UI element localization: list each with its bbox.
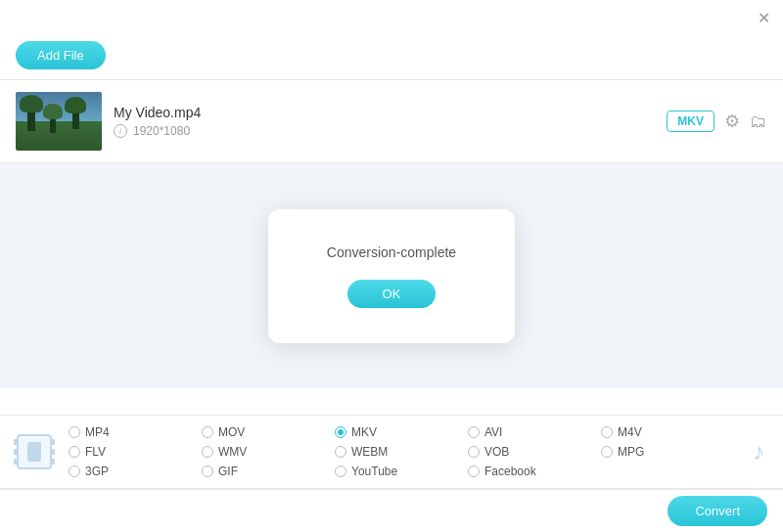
format-option-facebook[interactable]: Facebook: [468, 465, 601, 478]
file-resolution: 1920*1080: [133, 124, 190, 138]
file-list: My Video.mp4 i 1920*1080 MKV ⚙ 🗂: [0, 80, 783, 163]
file-info: My Video.mp4 i 1920*1080: [114, 105, 655, 138]
bottom-bar: Convert: [0, 489, 783, 532]
radio-avi[interactable]: [468, 426, 480, 438]
format-option-webm[interactable]: WEBM: [335, 445, 468, 459]
main-content: Conversion-complete OK: [0, 163, 783, 388]
format-option-3gp[interactable]: 3GP: [69, 465, 202, 478]
radio-3gp[interactable]: [69, 466, 80, 477]
radio-mov[interactable]: [202, 426, 213, 438]
convert-button[interactable]: Convert: [668, 496, 767, 526]
format-bar: MP4 MOV MKV AVI M4V FLV WMV WEBM: [0, 415, 783, 489]
format-option-mpg[interactable]: MPG: [601, 445, 734, 459]
radio-flv[interactable]: [69, 446, 80, 458]
format-label-vob: VOB: [484, 445, 509, 459]
radio-m4v[interactable]: [601, 426, 613, 438]
format-label-m4v: M4V: [618, 425, 642, 439]
format-option-avi[interactable]: AVI: [468, 425, 601, 439]
film-icon: [17, 434, 52, 469]
radio-mp4[interactable]: [69, 426, 80, 438]
file-item: My Video.mp4 i 1920*1080 MKV ⚙ 🗂: [16, 92, 767, 151]
add-file-button[interactable]: Add File: [16, 41, 106, 69]
format-label-avi: AVI: [484, 425, 502, 439]
format-label-mov: MOV: [218, 425, 245, 439]
radio-facebook[interactable]: [468, 466, 480, 477]
file-name: My Video.mp4: [114, 105, 655, 120]
format-label-webm: WEBM: [351, 445, 388, 459]
format-option-youtube[interactable]: YouTube: [335, 465, 468, 478]
gear-icon[interactable]: ⚙: [724, 111, 740, 132]
modal-overlay: Conversion-complete OK: [0, 163, 783, 388]
format-badge[interactable]: MKV: [667, 111, 714, 132]
folder-icon[interactable]: 🗂: [750, 111, 767, 132]
modal-title: Conversion-complete: [327, 244, 456, 260]
radio-youtube[interactable]: [335, 466, 346, 477]
format-label-flv: FLV: [85, 445, 106, 459]
radio-mpg[interactable]: [601, 446, 613, 458]
file-actions: MKV ⚙ 🗂: [667, 111, 767, 132]
close-button[interactable]: ✕: [756, 10, 771, 25]
radio-mkv[interactable]: [335, 426, 346, 438]
format-label-mpg: MPG: [618, 445, 644, 459]
radio-vob[interactable]: [468, 446, 480, 458]
film-icon-wrap: [0, 434, 69, 469]
format-options: MP4 MOV MKV AVI M4V FLV WMV WEBM: [69, 425, 734, 478]
audio-note-icon: ♪: [753, 438, 764, 466]
format-option-vob[interactable]: VOB: [468, 445, 601, 459]
format-label-3gp: 3GP: [85, 465, 109, 478]
format-option-flv[interactable]: FLV: [69, 445, 202, 459]
format-option-mp4[interactable]: MP4: [69, 425, 202, 439]
file-thumbnail: [16, 92, 102, 151]
format-label-gif: GIF: [218, 465, 238, 478]
audio-icon-wrap: ♪: [734, 438, 783, 466]
title-bar: ✕: [0, 0, 783, 35]
format-label-wmv: WMV: [218, 445, 247, 459]
format-option-m4v[interactable]: M4V: [601, 425, 734, 439]
format-option-gif[interactable]: GIF: [202, 465, 335, 478]
format-label-mp4: MP4: [85, 425, 110, 439]
radio-webm[interactable]: [335, 446, 346, 458]
format-label-facebook: Facebook: [484, 465, 536, 478]
format-label-youtube: YouTube: [351, 465, 397, 478]
format-label-mkv: MKV: [351, 425, 377, 439]
info-icon[interactable]: i: [114, 124, 127, 138]
format-option-mkv[interactable]: MKV: [335, 425, 468, 439]
radio-wmv[interactable]: [202, 446, 213, 458]
format-option-mov[interactable]: MOV: [202, 425, 335, 439]
toolbar: Add File: [0, 35, 783, 80]
ok-button[interactable]: OK: [347, 280, 437, 308]
format-option-wmv[interactable]: WMV: [202, 445, 335, 459]
file-meta: i 1920*1080: [114, 124, 655, 138]
radio-gif[interactable]: [202, 466, 213, 477]
modal-box: Conversion-complete OK: [268, 209, 515, 343]
